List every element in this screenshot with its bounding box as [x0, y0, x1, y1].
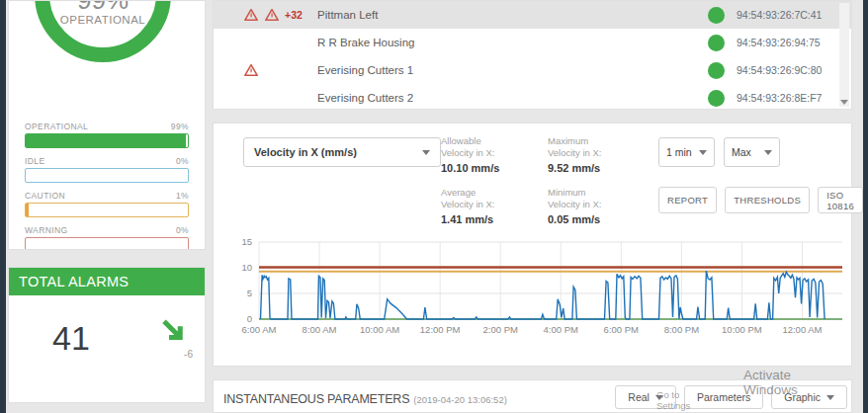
status-bar-head: WARNING0%	[25, 225, 189, 235]
chevron-down-icon	[826, 395, 834, 400]
scroll-down-arrow-icon[interactable]	[840, 100, 848, 105]
svg-text:15: 15	[241, 236, 252, 247]
svg-text:5: 5	[247, 288, 252, 298]
status-bar-label: WARNING	[25, 225, 68, 235]
warning-triangle-icon	[243, 8, 259, 22]
chevron-down-icon	[655, 395, 663, 400]
machine-list-row[interactable]: R R Brake Housing94:54:93:26:94:75	[214, 29, 851, 56]
footer-controls: RealParametersGraphic	[615, 385, 847, 409]
machine-row-warnings	[243, 63, 317, 77]
instantaneous-parameters-bar: INSTANTANEOUS PARAMETERS(2019-04-20 13:0…	[213, 379, 852, 413]
select-1-min[interactable]: 1 min	[658, 137, 715, 167]
footer-timestamp: (2019-04-20 13:06:52)	[413, 394, 507, 405]
velocity-series-line	[261, 271, 825, 319]
status-bar-track	[25, 203, 189, 217]
status-dot-icon	[708, 90, 725, 107]
svg-text:10:00 PM: 10:00 PM	[722, 324, 762, 335]
footer-button-label: Parameters	[697, 391, 750, 403]
machine-mac-address: 94:54:93:26:7C:41	[737, 9, 833, 21]
real-button[interactable]: Real	[615, 385, 676, 409]
stat-label-line2: Velocity in X:	[548, 199, 654, 210]
warning-triangle-icon	[243, 63, 259, 77]
status-bar-track	[25, 133, 189, 148]
stat-value: 0.05 mm/s	[548, 213, 654, 225]
chevron-down-icon	[764, 150, 772, 155]
status-bar-value: 0%	[176, 225, 189, 235]
status-bars: OPERATIONAL99%IDLE0%CAUTION1%WARNING0%	[25, 122, 189, 250]
warning-triangle-icon	[264, 8, 280, 22]
svg-text:6:00 AM: 6:00 AM	[242, 324, 277, 335]
svg-text:12:00 AM: 12:00 AM	[782, 324, 822, 335]
total-alarms-header: TOTAL ALARMS	[9, 268, 205, 295]
warning-count-badge: +32	[285, 9, 303, 21]
machine-mac-address: 94:54:93:26:94:75	[737, 37, 833, 48]
footer-button-label: Graphic	[784, 391, 821, 403]
footer-title: INSTANTANEOUS PARAMETERS	[223, 392, 409, 406]
status-dot-icon	[708, 62, 725, 79]
svg-text:6:00 PM: 6:00 PM	[604, 324, 639, 335]
stat-value: 1.41 mm/s	[441, 213, 548, 225]
chart-action-buttons: REPORTTHRESHOLDSISO 10816	[658, 187, 863, 213]
stat-label-line2: Velocity in X:	[441, 199, 548, 210]
machine-list-row[interactable]: +32Pittman Left94:54:93:26:7C:41	[214, 1, 851, 29]
status-bar-fill	[26, 134, 186, 147]
stat-average: AverageVelocity in X:1.41 mm/s	[441, 187, 548, 225]
select-value: 1 min	[666, 146, 692, 158]
svg-text:10: 10	[241, 262, 252, 273]
stat-label-line1: Average	[441, 187, 548, 199]
status-bar-idle: IDLE0%	[25, 156, 189, 183]
svg-text:2:00 PM: 2:00 PM	[483, 324, 518, 335]
parameter-select[interactable]: Velocity in X (mm/s)	[243, 137, 441, 167]
report-button[interactable]: REPORT	[658, 187, 717, 213]
machine-list-row[interactable]: Everising Cutters 194:54:93:26:9C:80	[214, 56, 851, 84]
status-dot-icon	[708, 35, 725, 51]
status-bar-track	[25, 168, 189, 183]
status-bar-value: 0%	[176, 156, 189, 166]
machine-mac-address: 94:54:93:26:8E:F7	[737, 92, 833, 104]
total-alarms-delta: -6	[184, 349, 193, 360]
graphic-button[interactable]: Graphic	[771, 385, 847, 409]
status-bar-track	[25, 237, 189, 250]
svg-text:4:00 PM: 4:00 PM	[544, 324, 578, 335]
footer-title-wrap: INSTANTANEOUS PARAMETERS(2019-04-20 13:0…	[223, 389, 507, 407]
status-bar-head: OPERATIONAL99%	[25, 122, 189, 131]
stat-value: 10.10 mm/s	[441, 162, 548, 174]
total-alarms-count: 41	[52, 319, 90, 358]
iso-10816-button[interactable]: ISO 10816	[818, 187, 863, 213]
machine-list-panel: +32Pittman Left94:54:93:26:7C:41R R Brak…	[213, 0, 852, 110]
stat-label-line1: Minimum	[548, 187, 654, 199]
app-left-edge	[0, 0, 6, 413]
thresholds-button[interactable]: THRESHOLDS	[725, 187, 810, 213]
status-bar-operational: OPERATIONAL99%	[25, 122, 189, 148]
stat-allowable: AllowableVelocity in X:10.10 mm/s	[441, 135, 548, 174]
parameter-chart-panel: Velocity in X (mm/s) AllowableVelocity i…	[213, 123, 852, 367]
machine-name: Everising Cutters 1	[317, 64, 564, 76]
machine-rows: +32Pittman Left94:54:93:26:7C:41R R Brak…	[214, 1, 851, 110]
svg-text:8:00 AM: 8:00 AM	[303, 324, 337, 335]
status-bar-value: 99%	[171, 122, 189, 131]
stat-value: 9.52 mm/s	[548, 162, 654, 174]
machine-name: Everising Cutters 2	[317, 92, 564, 104]
operational-gauge-label: OPERATIONAL	[9, 14, 197, 26]
chevron-down-icon	[699, 150, 707, 155]
machine-mac-address: 94:54:93:26:9C:80	[737, 64, 833, 76]
status-bar-label: CAUTION	[25, 191, 65, 201]
velocity-chart: 6:00 AM8:00 AM10:00 AM12:00 PM2:00 PM4:0…	[227, 234, 845, 339]
machine-status-panel: 99% OPERATIONAL OPERATIONAL99%IDLE0%CAUT…	[8, 0, 206, 250]
parameter-select-value: Velocity in X (mm/s)	[254, 146, 357, 158]
status-bar-value: 1%	[176, 191, 189, 201]
chart-range-selects: 1 minMax	[658, 137, 780, 167]
select-value: Max	[732, 146, 751, 158]
svg-text:0: 0	[247, 313, 252, 324]
stat-minimum: MinimumVelocity in X:0.05 mm/s	[548, 187, 654, 225]
velocity-stats: AllowableVelocity in X:10.10 mm/sMaximum…	[441, 135, 654, 225]
machine-list-scrollbar[interactable]	[839, 3, 849, 107]
footer-button-label: Real	[628, 391, 650, 403]
parameters-button[interactable]: Parameters	[684, 385, 763, 409]
svg-text:12:00 PM: 12:00 PM	[420, 324, 461, 335]
status-bar-caution: CAUTION1%	[25, 191, 189, 217]
select-max[interactable]: Max	[724, 137, 780, 167]
status-bar-label: OPERATIONAL	[25, 122, 88, 131]
machine-list-row[interactable]: Everising Cutters 294:54:93:26:8E:F7	[214, 84, 851, 110]
total-alarms-panel: TOTAL ALARMS 41 -6	[8, 267, 206, 403]
